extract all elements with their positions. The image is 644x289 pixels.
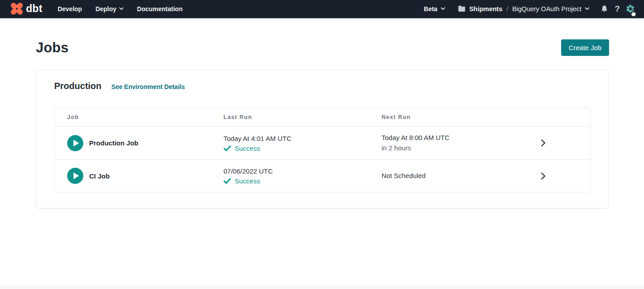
breadcrumb-account[interactable]: Shipments (469, 5, 502, 13)
last-run-status: Success (223, 144, 382, 152)
job-cell: Production Job (67, 135, 223, 151)
main-content: Jobs Create Job Production See Environme… (0, 39, 644, 208)
next-run-time: Today At 8:00 AM UTC (382, 133, 541, 142)
environment-card-header: Production See Environment Details (54, 81, 591, 91)
last-run-time: 07/06/2022 UTC (223, 167, 382, 176)
status-text: Success (235, 177, 260, 185)
page-title: Jobs (36, 40, 69, 56)
chevron-down-icon (441, 7, 445, 10)
top-navbar: dbt Develop Deploy Documentation Beta Sh… (0, 0, 644, 18)
next-run-time: Not Scheduled (382, 171, 541, 180)
job-row-production[interactable]: Production Job Today At 4:01 AM UTC Succ… (55, 127, 590, 159)
next-run-relative: in 2 hours (382, 144, 541, 153)
job-name: Production Job (89, 139, 138, 147)
job-cell: CI Job (67, 168, 223, 184)
nav-item-documentation[interactable]: Documentation (137, 5, 183, 13)
nav-item-develop-label: Develop (58, 5, 82, 13)
beta-dropdown[interactable]: Beta (424, 5, 445, 13)
nav-item-develop[interactable]: Develop (58, 5, 82, 13)
last-run-time: Today At 4:01 AM UTC (223, 134, 382, 143)
check-icon (223, 178, 231, 184)
jobs-table-header: Job Last Run Next Run (55, 108, 590, 127)
navbar-right: Beta Shipments / BigQuery OAuth Project (424, 4, 635, 13)
environment-card: Production See Environment Details Job L… (36, 69, 609, 208)
last-run-cell: 07/06/2022 UTC Success (223, 167, 382, 185)
navbar-icon-group: ? (600, 4, 635, 13)
next-run-cell: Not Scheduled (382, 171, 541, 180)
dbt-logo[interactable]: dbt (11, 3, 43, 15)
settings-button[interactable] (626, 4, 635, 13)
help-icon: ? (614, 4, 620, 13)
run-play-button[interactable] (67, 168, 83, 184)
jobs-table: Job Last Run Next Run Production Job Tod… (54, 107, 591, 192)
column-header-next-run: Next Run (382, 114, 541, 120)
help-button[interactable]: ? (614, 4, 620, 13)
notifications-button[interactable] (600, 4, 609, 13)
breadcrumb-separator: / (507, 5, 508, 13)
folder-icon (458, 5, 466, 12)
create-job-button[interactable]: Create Job (561, 39, 609, 56)
primary-nav: Develop Deploy Documentation (58, 5, 183, 13)
job-row-ci[interactable]: CI Job 07/06/2022 UTC Success Not Schedu… (55, 159, 590, 192)
chevron-right-icon[interactable] (541, 139, 546, 147)
status-text: Success (235, 144, 260, 152)
beta-label: Beta (424, 5, 437, 13)
nav-item-deploy[interactable]: Deploy (95, 5, 124, 13)
environment-details-link[interactable]: See Environment Details (112, 83, 185, 90)
run-play-button[interactable] (67, 135, 83, 151)
nav-item-deploy-label: Deploy (95, 5, 116, 13)
bottom-strip (0, 286, 644, 289)
chevron-down-icon (119, 7, 124, 10)
project-switcher[interactable]: Shipments / BigQuery OAuth Project (458, 5, 590, 13)
last-run-cell: Today At 4:01 AM UTC Success (223, 134, 382, 152)
column-header-last-run: Last Run (223, 114, 382, 120)
chevron-down-icon (585, 7, 589, 10)
next-run-cell: Today At 8:00 AM UTC in 2 hours (382, 133, 541, 153)
dbt-logo-icon (11, 3, 23, 15)
notifications-bell-icon (600, 4, 609, 13)
nav-item-documentation-label: Documentation (137, 5, 183, 13)
brand-name: dbt (26, 4, 43, 14)
column-header-job: Job (67, 114, 223, 120)
job-name: CI Job (89, 172, 110, 180)
last-run-status: Success (223, 177, 382, 185)
check-icon (223, 145, 231, 151)
chevron-right-icon[interactable] (541, 172, 546, 180)
page-header: Jobs Create Job (36, 39, 609, 56)
hand-cursor (630, 8, 636, 17)
environment-title: Production (54, 81, 102, 91)
breadcrumb-project[interactable]: BigQuery OAuth Project (512, 5, 582, 13)
